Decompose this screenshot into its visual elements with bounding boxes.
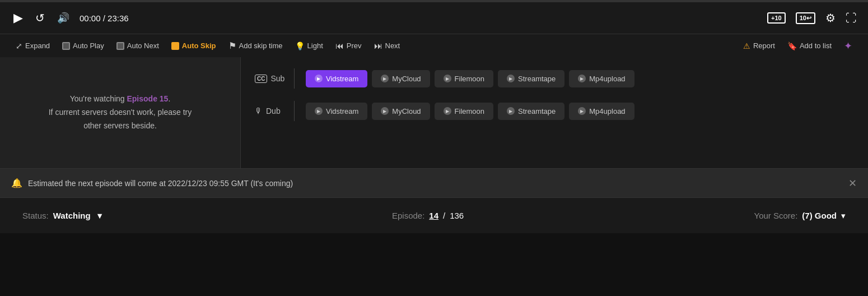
- play-dot-icon: ▶: [315, 107, 323, 115]
- sub-server-buttons: ▶ Vidstream ▶ MyCloud ▶ Filemoon ▶ Strea…: [306, 70, 634, 87]
- warning-icon: ⚠: [743, 41, 750, 50]
- dub-vidstream-label: Vidstream: [326, 107, 358, 115]
- notification-text: Estimated the next episode will come at …: [28, 179, 293, 188]
- forward10-button[interactable]: +10: [767, 12, 786, 24]
- dub-streamtape-button[interactable]: ▶ Streamtape: [498, 103, 564, 120]
- sub-server-row: CC Sub ▶ Vidstream ▶ MyCloud ▶ Filemoon: [255, 68, 854, 89]
- replay-button[interactable]: ↺: [33, 9, 47, 27]
- report-button[interactable]: ⚠ Report: [739, 39, 780, 53]
- back10-icon: 10↩: [796, 12, 815, 24]
- auto-skip-button[interactable]: Auto Skip: [167, 39, 221, 52]
- info-panel: You're watching Episode 15. If current s…: [0, 57, 241, 168]
- next-icon: ⏭: [374, 41, 382, 50]
- total-time: 23:36: [108, 13, 129, 23]
- dub-type-label: 🎙 Dub: [255, 107, 288, 115]
- auto-skip-label: Auto Skip: [182, 41, 216, 50]
- dub-filemoon-button[interactable]: ▶ Filemoon: [435, 103, 493, 120]
- sub-mp4upload-button[interactable]: ▶ Mp4upload: [569, 70, 634, 87]
- dub-filemoon-label: Filemoon: [455, 107, 484, 115]
- auto-next-label: Auto Next: [127, 41, 159, 50]
- sub-mycloud-button[interactable]: ▶ MyCloud: [372, 70, 430, 87]
- settings-button[interactable]: ⚙: [825, 11, 836, 25]
- play-dot-icon: ▶: [444, 75, 451, 82]
- dub-server-buttons: ▶ Vidstream ▶ MyCloud ▶ Filemoon ▶ Strea…: [306, 103, 634, 120]
- sub-streamtape-button[interactable]: ▶ Streamtape: [498, 70, 564, 87]
- episode-current: 14: [429, 211, 438, 220]
- episode-link[interactable]: Episode 15: [127, 94, 168, 103]
- score-item: Your Score: (7) Good ▾: [754, 211, 846, 221]
- play-dot-icon: ▶: [507, 75, 515, 82]
- episode-label: Episode:: [392, 211, 424, 220]
- next-label: Next: [385, 41, 400, 50]
- play-dot-icon: ▶: [578, 107, 586, 115]
- forward10-icon: +10: [767, 12, 786, 24]
- play-dot-icon: ▶: [444, 107, 451, 115]
- bookmark-icon: 🔖: [787, 41, 797, 50]
- expand-button[interactable]: ⤢ Expand: [11, 39, 54, 53]
- prev-button[interactable]: ⏮ Prev: [331, 39, 366, 53]
- add-skip-time-button[interactable]: ⚑ Add skip time: [224, 38, 287, 53]
- time-display: 00:00 / 23:36: [80, 13, 129, 23]
- auto-play-button[interactable]: Auto Play: [58, 39, 109, 52]
- episode-item: Episode: 14 / 136: [392, 211, 464, 220]
- share-button[interactable]: ✦: [839, 38, 857, 54]
- sub-vidstream-button[interactable]: ▶ Vidstream: [306, 70, 367, 87]
- current-time: 00:00: [80, 13, 101, 23]
- sub-filemoon-button[interactable]: ▶ Filemoon: [435, 70, 493, 87]
- cc-icon: CC: [255, 75, 267, 83]
- bell-icon: 🔔: [11, 178, 22, 188]
- play-dot-icon: ▶: [381, 107, 389, 115]
- video-controls-bar: ▶ ↺ 🔊 00:00 / 23:36 +10 10↩ ⚙ ⛶: [0, 2, 868, 34]
- fullscreen-button[interactable]: ⛶: [846, 12, 857, 25]
- auto-next-button[interactable]: Auto Next: [112, 39, 164, 52]
- watching-text: You're watching: [70, 94, 127, 103]
- dub-mp4upload-button[interactable]: ▶ Mp4upload: [569, 103, 634, 120]
- status-dropdown-button[interactable]: ▾: [97, 211, 102, 221]
- light-button[interactable]: 💡 Light: [291, 39, 328, 53]
- play-dot-icon: ▶: [315, 75, 323, 82]
- sub-type-label: CC Sub: [255, 74, 288, 83]
- play-dot-icon: ▶: [381, 75, 389, 82]
- sub-vidstream-label: Vidstream: [326, 75, 358, 83]
- play-icon: ▶: [13, 11, 23, 25]
- sub-label: Sub: [270, 74, 284, 83]
- dub-mp4upload-label: Mp4upload: [589, 107, 625, 115]
- score-label: Your Score:: [754, 211, 798, 220]
- sub-streamtape-label: Streamtape: [518, 75, 556, 83]
- episode-slash: /: [443, 211, 445, 220]
- dub-mycloud-button[interactable]: ▶ MyCloud: [372, 103, 430, 120]
- status-bar: Status: Watching ▾ Episode: 14 / 136 You…: [0, 197, 868, 233]
- status-label: Status:: [22, 211, 49, 220]
- status-item: Status: Watching ▾: [22, 211, 102, 221]
- back10-button[interactable]: 10↩: [796, 12, 815, 24]
- dub-server-row: 🎙 Dub ▶ Vidstream ▶ MyCloud ▶ Filemoon: [255, 101, 854, 121]
- next-button[interactable]: ⏭ Next: [370, 39, 405, 53]
- score-dropdown-button[interactable]: ▾: [841, 211, 846, 221]
- prev-icon: ⏮: [335, 41, 344, 50]
- server-panel: CC Sub ▶ Vidstream ▶ MyCloud ▶ Filemoon: [241, 57, 868, 168]
- report-label: Report: [753, 41, 775, 50]
- fullscreen-icon: ⛶: [846, 12, 857, 25]
- add-to-list-button[interactable]: 🔖 Add to list: [783, 39, 836, 53]
- progress-bar-container[interactable]: [0, 0, 868, 2]
- volume-button[interactable]: 🔊: [55, 10, 72, 26]
- status-value: Watching: [53, 211, 91, 220]
- volume-icon: 🔊: [57, 12, 69, 24]
- play-button[interactable]: ▶: [11, 8, 25, 27]
- flag-icon: ⚑: [228, 40, 236, 51]
- dub-vidstream-button[interactable]: ▶ Vidstream: [306, 103, 367, 120]
- replay-icon: ↺: [35, 11, 45, 25]
- share-icon: ✦: [844, 40, 852, 52]
- auto-next-checkbox: [116, 42, 124, 50]
- action-bar: ⤢ Expand Auto Play Auto Next Auto Skip ⚑…: [0, 34, 868, 57]
- episode-total: 136: [450, 211, 464, 220]
- sub-filemoon-label: Filemoon: [455, 75, 484, 83]
- sub-mp4upload-label: Mp4upload: [589, 75, 625, 83]
- score-value: (7) Good: [802, 211, 837, 220]
- dub-streamtape-label: Streamtape: [518, 107, 556, 115]
- dub-mycloud-label: MyCloud: [392, 107, 421, 115]
- notification-close-button[interactable]: ✕: [848, 177, 857, 189]
- auto-play-checkbox: [62, 42, 70, 50]
- play-dot-icon: ▶: [578, 75, 586, 82]
- expand-label: Expand: [25, 41, 50, 50]
